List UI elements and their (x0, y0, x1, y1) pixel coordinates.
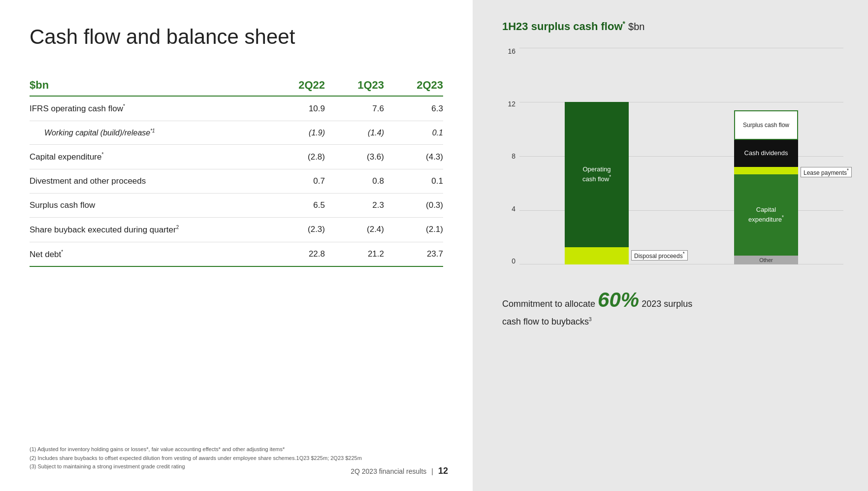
table-row: IFRS operating cash flow*10.97.66.3 (30, 96, 443, 121)
col-label: $bn (30, 79, 266, 96)
y-label-0: 0 (502, 258, 519, 264)
row-val1: (2.8) (266, 145, 325, 169)
page-number: 12 (438, 466, 448, 476)
chart-title-text: 1H23 surplus cash flow* (502, 20, 625, 33)
table-row: Share buyback executed during quarter2(2… (30, 218, 443, 242)
row-label: Divestment and other proceeds (30, 169, 266, 194)
bar-capex-label: Capitalexpenditure* (746, 204, 786, 226)
bar-operating-cashflow: Operatingcash flow* (565, 102, 629, 247)
table-header-row: $bn 2Q22 1Q23 2Q23 (30, 79, 443, 96)
row-val2: (1.4) (325, 121, 384, 145)
bar-dividends: Cash dividends (734, 140, 798, 167)
commitment-before: Commitment to allocate (502, 299, 595, 309)
commitment-pct: 60% (598, 288, 639, 311)
row-label: Working capital (build)/release*1 (30, 121, 266, 145)
commitment-text: Commitment to allocate 60% 2023 surplusc… (502, 284, 843, 328)
footer-divider: | (431, 467, 433, 475)
page-footer: 2Q 2023 financial results | 12 (351, 466, 448, 476)
y-axis: 0 4 8 12 16 (502, 48, 519, 264)
disposal-label: Disposal proceeds* (631, 250, 688, 261)
y-label-12: 12 (502, 100, 519, 107)
bar-stack-sources: Disposal proceeds* Operatingcash flow* (565, 102, 629, 264)
bar-capex: Capitalexpenditure* (734, 174, 798, 256)
bar-disposal-proceeds: Disposal proceeds* (565, 247, 629, 264)
row-label: Capital expenditure* (30, 145, 266, 169)
row-val3: 0.1 (384, 121, 443, 145)
row-label: Surplus cash flow (30, 194, 266, 218)
bar-other-label: Other (759, 257, 773, 263)
row-val3: (4.3) (384, 145, 443, 169)
row-label: IFRS operating cash flow* (30, 96, 266, 121)
bar-stack-uses: Other Capitalexpenditure* Lease payments… (734, 110, 798, 264)
bar-surplus-label: Surplus cash flow (743, 122, 789, 129)
bar-surplus: Surplus cash flow (734, 110, 798, 140)
footnote: (2) Includes share buybacks to offset ex… (30, 454, 443, 463)
row-val3: 0.1 (384, 169, 443, 194)
y-label-4: 4 (502, 205, 519, 212)
chart-title: 1H23 surplus cash flow* $bn (502, 20, 843, 33)
y-label-8: 8 (502, 153, 519, 160)
lease-label: Lease payments* (801, 167, 852, 177)
right-panel: 1H23 surplus cash flow* $bn 0 4 8 12 16 (473, 0, 868, 491)
col-1q23: 1Q23 (325, 79, 384, 96)
col-2q23: 2Q23 (384, 79, 443, 96)
row-val3: (2.1) (384, 218, 443, 242)
row-val3: 6.3 (384, 96, 443, 121)
row-val2: 2.3 (325, 194, 384, 218)
bar-dividends-label: Cash dividends (742, 147, 790, 160)
table-container: $bn 2Q22 1Q23 2Q23 IFRS operating cash f… (30, 79, 443, 435)
row-val1: 10.9 (266, 96, 325, 121)
col-2q22: 2Q22 (266, 79, 325, 96)
table-row: Divestment and other proceeds0.70.80.1 (30, 169, 443, 194)
bar-group-uses: Other Capitalexpenditure* Lease payments… (689, 48, 843, 264)
bars-container: Disposal proceeds* Operatingcash flow* O… (519, 48, 843, 264)
row-label: Share buyback executed during quarter2 (30, 218, 266, 242)
row-val2: 0.8 (325, 169, 384, 194)
bar-operating-label: Operatingcash flow* (580, 164, 613, 186)
table-row: Surplus cash flow6.52.3(0.3) (30, 194, 443, 218)
table-row: Working capital (build)/release*1(1.9)(1… (30, 121, 443, 145)
footnote: (1) Adjusted for inventory holding gains… (30, 445, 443, 454)
row-label: Net debt* (30, 242, 266, 266)
financial-table: $bn 2Q22 1Q23 2Q23 IFRS operating cash f… (30, 79, 443, 267)
row-val1: (2.3) (266, 218, 325, 242)
table-row: Net debt*22.821.223.7 (30, 242, 443, 266)
row-val2: (3.6) (325, 145, 384, 169)
row-val3: 23.7 (384, 242, 443, 266)
chart-unit: $bn (628, 21, 644, 32)
chart-area: 0 4 8 12 16 Disposal pr (502, 48, 843, 264)
left-panel: Cash flow and balance sheet $bn 2Q22 1Q2… (0, 0, 473, 491)
bar-group-sources: Disposal proceeds* Operatingcash flow* (519, 48, 674, 264)
row-val1: 0.7 (266, 169, 325, 194)
row-val2: 7.6 (325, 96, 384, 121)
page-title: Cash flow and balance sheet (30, 25, 443, 49)
row-val2: (2.4) (325, 218, 384, 242)
footer-text: 2Q 2023 financial results (351, 467, 426, 475)
row-val1: 22.8 (266, 242, 325, 266)
row-val2: 21.2 (325, 242, 384, 266)
row-val1: 6.5 (266, 194, 325, 218)
bar-lease: Lease payments* (734, 167, 798, 174)
y-label-16: 16 (502, 48, 519, 55)
row-val3: (0.3) (384, 194, 443, 218)
row-val1: (1.9) (266, 121, 325, 145)
bar-other: Other (734, 256, 798, 264)
table-row: Capital expenditure*(2.8)(3.6)(4.3) (30, 145, 443, 169)
